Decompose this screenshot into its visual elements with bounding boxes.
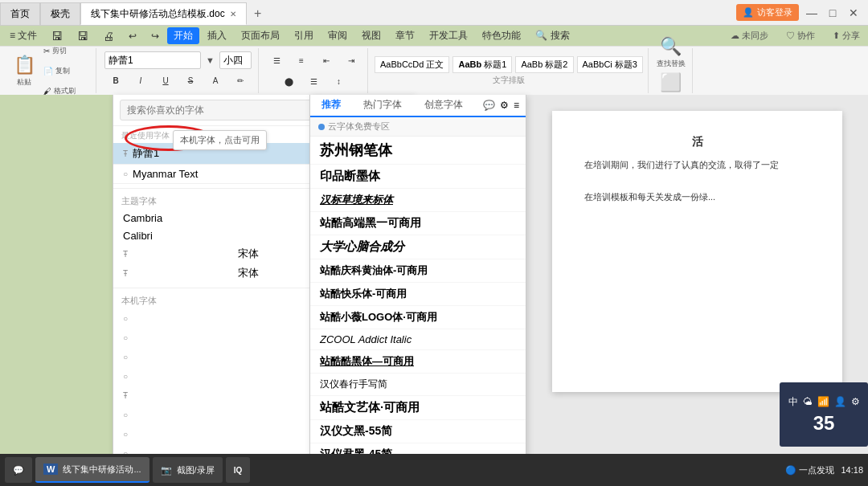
menu-print[interactable]: 🖨: [96, 28, 121, 44]
user-icon: 👤: [834, 396, 846, 407]
cloud-font-hanyi-cq-label: 汉仪春行手写简: [320, 378, 387, 390]
number-list-button[interactable]: ≡: [290, 51, 313, 70]
menu-review[interactable]: 审阅: [321, 27, 354, 44]
cloud-tab-hot[interactable]: 热门字体: [352, 95, 413, 116]
paragraph-row1: ☰ ≡ ⇤ ⇥: [265, 51, 362, 70]
font-item-icon: Ŧ: [123, 149, 128, 158]
line-spacing-button[interactable]: ↕: [328, 71, 350, 91]
cloud-font-zhanku-qk[interactable]: 站酷庆科黄油体-可商用: [310, 259, 526, 283]
font-color-button[interactable]: A: [204, 71, 227, 90]
close-button[interactable]: ✕: [845, 5, 862, 21]
indent-button[interactable]: ⇥: [340, 51, 362, 70]
select-icon: ⬜: [660, 72, 682, 93]
font-circle6: ○: [123, 430, 128, 439]
menu-view[interactable]: 视图: [355, 27, 387, 44]
minimize-button[interactable]: —: [804, 5, 820, 21]
cloud-icon2: ⚙: [500, 100, 509, 111]
cloud-font-suzhou[interactable]: 苏州钢笔体: [310, 137, 526, 165]
italic-button[interactable]: I: [129, 71, 152, 90]
cloud-font-hanyi-wh[interactable]: 汉仪文黑-55简: [310, 420, 526, 443]
cloud-tab-creative[interactable]: 创意字体: [413, 95, 474, 116]
menu-chapter[interactable]: 章节: [389, 27, 421, 44]
outdent-button[interactable]: ⇤: [315, 51, 338, 70]
collab-button[interactable]: ♡ 协作: [781, 28, 820, 43]
network-icon: 📶: [817, 396, 829, 407]
cloud-font-list: 苏州钢笔体 印品断墨体 汉标草境来标体 站酷高端黑一可商用 大学心脑合成分 站酷…: [310, 137, 526, 457]
cloud-font-yinpin[interactable]: 印品断墨体: [310, 165, 526, 189]
underline-button[interactable]: U: [154, 71, 177, 90]
cloud-font-tabs: 推荐 热门字体 创意字体 💬 ⚙ ≡: [310, 95, 526, 117]
font-size-input[interactable]: [219, 51, 252, 69]
menu-insert[interactable]: 插入: [201, 27, 233, 44]
copy-button[interactable]: 📄 复制: [43, 62, 83, 80]
highlight-button[interactable]: ✏: [229, 71, 252, 90]
doc-title: 活: [584, 135, 810, 149]
cloud-font-daxue-label: 大学心脑合成分: [320, 239, 404, 253]
tab-shell[interactable]: 极壳: [40, 2, 80, 25]
tab-home[interactable]: 首页: [0, 2, 40, 25]
weather-icon: 🌤: [803, 396, 813, 407]
cloud-font-zhanku-wy[interactable]: 站酷文艺体·可商用: [310, 396, 526, 420]
cloud-font-hanbia[interactable]: 汉标草境来标体: [310, 189, 526, 212]
tab-doc[interactable]: 线下集中研修活动总结模板.doc ✕: [80, 2, 247, 25]
menu-layout[interactable]: 页面布局: [235, 27, 286, 44]
menu-start[interactable]: 开始: [167, 27, 199, 44]
bold-button[interactable]: B: [104, 71, 127, 90]
tab-add-button[interactable]: +: [247, 2, 269, 25]
menu-devtools[interactable]: 开发工具: [423, 27, 474, 44]
cloud-font-hanyi-cq[interactable]: 汉仪春行手写简: [310, 374, 526, 396]
cloud-font-zcool[interactable]: ZCOOL Addict Italic: [310, 329, 526, 350]
tab-home-label: 首页: [10, 7, 30, 21]
menu-special[interactable]: 特色功能: [476, 27, 527, 44]
input-mode[interactable]: 中: [788, 395, 798, 409]
style-heading3[interactable]: AaBbCi 标题3: [577, 56, 643, 73]
cloud-font-zcool-label: ZCOOL Addict Italic: [320, 333, 411, 345]
tab-doc-close[interactable]: ✕: [230, 10, 236, 18]
doc-content2: 在培训模板和每天关发成一份绿...: [584, 190, 810, 206]
paste-button[interactable]: 📋 粘贴: [8, 50, 40, 92]
style-heading2[interactable]: AaBb 标题2: [515, 56, 573, 73]
screenshot-icon: 📷: [161, 465, 172, 476]
font-size-separator: ▼: [203, 55, 217, 65]
local-fonts-label: 本机字体: [121, 295, 157, 307]
find-replace-button[interactable]: 🔍 查找替换: [655, 35, 687, 70]
discover-button[interactable]: 🔵 一点发现: [785, 464, 834, 476]
cloud-font-zhanku-gd[interactable]: 站酷高端黑一可商用: [310, 212, 526, 235]
align-center-button[interactable]: ☰: [303, 71, 326, 91]
taskbar-doc[interactable]: W 线下集中研修活动...: [35, 457, 149, 483]
cloud-font-zhanku-kh[interactable]: 站酷酷黑体—可商用: [310, 350, 526, 374]
taskbar-screenshot[interactable]: 📷 截图/录屏: [153, 457, 223, 483]
cloud-font-yinpin-label: 印品断墨体: [320, 169, 380, 182]
findreplace-group: 🔍 查找替换 ⬜ 选择: [650, 48, 693, 93]
taskbar-wechat[interactable]: 💬: [5, 457, 32, 483]
strikethrough-button[interactable]: S: [179, 71, 202, 90]
bullet-list-button[interactable]: ☰: [265, 51, 288, 70]
cloud-font-panel: 推荐 热门字体 创意字体 💬 ⚙ ≡ 云字体免费专区 苏州钢笔体 印品断墨体 汉…: [309, 95, 526, 464]
cut-button[interactable]: ✂ 剪切: [43, 42, 83, 59]
share-button[interactable]: ⬆ 分享: [828, 28, 865, 43]
font-format-row: B I U S A ✏: [104, 71, 252, 90]
visit-login-button[interactable]: 👤 访客登录: [736, 4, 799, 21]
maximize-button[interactable]: □: [825, 5, 841, 21]
cloud-tab-recommend[interactable]: 推荐: [310, 95, 352, 117]
sync-button[interactable]: ☁ 未同步: [726, 28, 773, 43]
style-normal[interactable]: AaBbCcDd 正文: [375, 56, 449, 73]
cloud-font-daxue[interactable]: 大学心脑合成分: [310, 235, 526, 259]
settings-icon[interactable]: ⚙: [851, 396, 860, 407]
menu-bar: ≡ 文件 🖫 🖫 🖨 ↩ ↪ 开始 插入 页面布局 引用 审阅 视图 章节 开发…: [0, 26, 868, 47]
styles-group: AaBbCcDd 正文 AaBb 标题1 AaBb 标题2 AaBbCi 标题3…: [370, 48, 649, 93]
font-name-input[interactable]: [104, 51, 201, 69]
menu-redo[interactable]: ↪: [145, 29, 166, 43]
align-left-button[interactable]: ⬤: [278, 71, 301, 91]
font-icon-jl: Ŧ: [123, 391, 128, 400]
cloud-font-zhanku-kl[interactable]: 站酷快乐体-可商用: [310, 283, 526, 306]
cloud-font-zhanku-logo[interactable]: 站酷小薇LOGO体·可商用: [310, 306, 526, 329]
format-painter-icon: 🖌: [43, 87, 51, 96]
taskbar-iq[interactable]: IQ: [226, 457, 251, 483]
menu-search[interactable]: 🔍 搜索: [529, 27, 575, 44]
font-circle1: ○: [123, 314, 128, 323]
style-heading1[interactable]: AaBb 标题1: [452, 56, 512, 73]
menu-undo[interactable]: ↩: [122, 29, 143, 43]
title-bar: 首页 极壳 线下集中研修活动总结模板.doc ✕ + 👤 访客登录 — □ ✕: [0, 0, 868, 26]
menu-ref[interactable]: 引用: [288, 27, 320, 44]
